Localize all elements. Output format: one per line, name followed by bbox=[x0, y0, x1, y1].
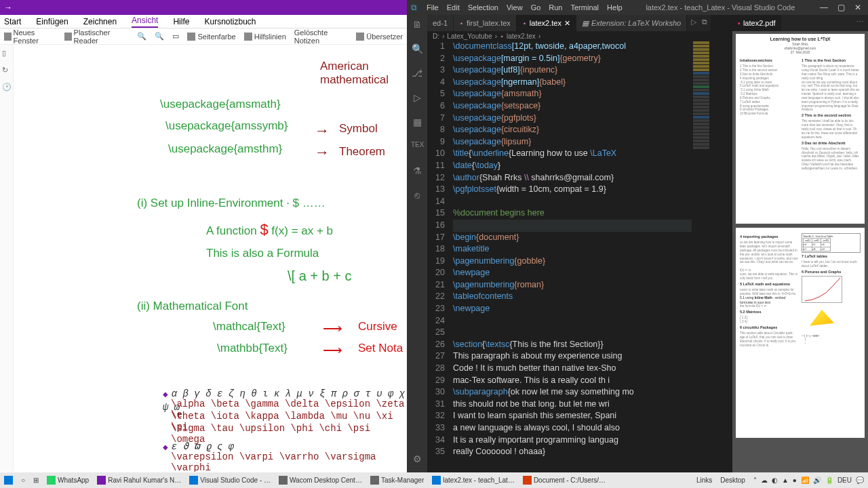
code-area[interactable]: \documentclass[12pt, twoside, a4paper,tw… bbox=[453, 41, 711, 472]
tray-battery-icon[interactable]: 🔋 bbox=[825, 476, 833, 484]
hw-function-line: A function $ f(x) = ax + b bbox=[206, 221, 333, 239]
source-control-icon[interactable]: ⎇ bbox=[411, 68, 423, 80]
github-icon[interactable]: ⎋ bbox=[411, 190, 423, 202]
compare-icon[interactable]: ⧉ bbox=[702, 18, 707, 28]
vscode-window: ⧉ File Edit Selection View Go Run Termin… bbox=[407, 0, 868, 472]
arrow-icon: ⟶ bbox=[323, 342, 342, 358]
onenote-leftrail: ▯ ↻ 🕑 bbox=[0, 45, 14, 472]
menu-terminal[interactable]: Terminal bbox=[571, 3, 599, 12]
tray-chevron-icon[interactable]: ˄ bbox=[753, 476, 757, 484]
btn-neues-fenster[interactable]: Neues Fenster bbox=[4, 28, 56, 45]
btn-zoom-in[interactable]: 🔍 bbox=[155, 32, 164, 41]
search-icon[interactable]: 🔍 bbox=[411, 43, 423, 56]
section-ii: (ii) Mathematical Font bbox=[137, 300, 248, 313]
taskbar-app[interactable]: Visual Studio Code - … bbox=[185, 472, 275, 488]
tray-icon[interactable]: ◐ bbox=[772, 476, 778, 484]
btn-uebersetzer[interactable]: Übersetzer bbox=[356, 33, 403, 41]
pdf-preview[interactable]: Learning how to use LᴬTᴇX Shah Rrks shah… bbox=[732, 31, 868, 472]
btn-page-width[interactable]: ▭ bbox=[172, 32, 179, 41]
nav-forward-icon[interactable]: → bbox=[4, 3, 12, 12]
nav-icon[interactable]: ↻ bbox=[0, 62, 13, 79]
run-debug-icon[interactable]: ▷ bbox=[411, 92, 423, 104]
reader-icon bbox=[64, 33, 72, 41]
tab-close-icon[interactable]: ✕ bbox=[564, 19, 570, 28]
menu-edit[interactable]: Edit bbox=[447, 3, 460, 12]
btn-seitenfarbe[interactable]: Seitenfarbe bbox=[187, 33, 235, 41]
tab-extension[interactable]: ▦Extension: LaTeX Worksho bbox=[576, 15, 687, 31]
taskbar-app[interactable]: Task-Manager bbox=[366, 472, 428, 488]
taskview-button[interactable]: ⊞ bbox=[29, 472, 43, 488]
btn-geloeschte-notizen[interactable]: Gelöschte Notizen bbox=[294, 28, 348, 45]
btn-plastischer-reader[interactable]: Plastischer Reader bbox=[64, 28, 129, 45]
arrow-icon: → bbox=[315, 122, 330, 140]
tray-icon[interactable]: ▲ bbox=[782, 476, 789, 484]
note-setnotation: Set Nota bbox=[358, 342, 403, 355]
tab-first-latex[interactable]: ⋆first_latex.tex bbox=[454, 15, 517, 31]
bullet-icon: ◆ bbox=[163, 390, 168, 398]
pdf-line-plot-icon bbox=[802, 276, 842, 303]
section-i: (i) Set up Inline-Environment · $ …… bbox=[137, 197, 326, 210]
tab-zeichnen[interactable]: Zeichnen bbox=[83, 16, 117, 28]
hw-display-math: \[ a + b + c bbox=[288, 268, 352, 284]
hw-mathcal: \mathcal{Text} bbox=[213, 320, 285, 333]
search-button[interactable]: ○ bbox=[17, 472, 29, 488]
recent-icon[interactable]: 🕑 bbox=[0, 79, 13, 96]
maximize-icon[interactable]: ▢ bbox=[837, 3, 845, 12]
run-icon[interactable]: ▷ bbox=[691, 18, 696, 28]
menu-file[interactable]: File bbox=[427, 3, 439, 12]
onenote-window: → Start Einfügen Zeichnen Ansicht Hilfe … bbox=[0, 0, 407, 472]
hw-also-formula: This is also a Formula bbox=[206, 247, 319, 260]
ext-icon: ▦ bbox=[582, 19, 589, 28]
menu-run[interactable]: Run bbox=[549, 3, 562, 12]
tab-ansicht[interactable]: Ansicht bbox=[132, 14, 158, 28]
tray-language[interactable]: DEU bbox=[837, 476, 852, 484]
more-icon[interactable]: ⋯ bbox=[856, 18, 864, 26]
menu-selection[interactable]: Selection bbox=[468, 3, 498, 12]
tab-start[interactable]: Start bbox=[4, 16, 21, 28]
minimize-icon[interactable]: — bbox=[820, 3, 828, 12]
beaker-icon[interactable]: ⚗ bbox=[411, 165, 423, 178]
greek-var-cmds: \varepsilon \varpi \varrho \varsigma \va… bbox=[171, 451, 407, 472]
start-button[interactable] bbox=[0, 472, 17, 488]
links-toolbar[interactable]: Links bbox=[692, 472, 716, 488]
tray-volume-icon[interactable]: 🔊 bbox=[813, 476, 821, 484]
taskbar-app[interactable]: latex2.tex - teach_Lat… bbox=[428, 472, 519, 488]
taskbar-app[interactable]: Wacom Desktop Cent… bbox=[275, 472, 366, 488]
tab-hilfe[interactable]: Hilfe bbox=[173, 16, 189, 28]
btn-hilfslinien[interactable]: Hilfslinien bbox=[244, 33, 286, 41]
tex-icon[interactable]: TEX bbox=[411, 141, 423, 153]
tray-notifications-icon[interactable]: 💬 bbox=[856, 476, 864, 484]
tab-ed1[interactable]: ed-1 bbox=[427, 15, 454, 31]
menu-help[interactable]: Help bbox=[607, 3, 623, 12]
taskbar-app[interactable]: Ravi Rahul Kumar's N… bbox=[93, 472, 185, 488]
menu-view[interactable]: View bbox=[507, 3, 523, 12]
minimap[interactable] bbox=[692, 41, 711, 472]
vscode-logo-icon: ⧉ bbox=[407, 3, 421, 12]
taskbar-app[interactable]: Document - C:/Users/… bbox=[519, 472, 610, 488]
tab-latex2[interactable]: ⋆latex2.tex ✕ bbox=[517, 15, 576, 31]
bullet-icon: ◆ bbox=[163, 443, 168, 451]
menu-go[interactable]: Go bbox=[531, 3, 541, 12]
tray-icon[interactable]: ● bbox=[793, 476, 797, 484]
explorer-icon[interactable]: 🗎 bbox=[411, 19, 423, 31]
hw-usepackage-amssymb: \usepackage{amssymb} bbox=[165, 119, 288, 133]
onenote-titlebar: → bbox=[0, 0, 407, 15]
close-icon[interactable]: ✕ bbox=[854, 3, 861, 12]
system-tray: ˄ ☁ ◐ ▲ ● 📶 🔊 🔋 DEU 💬 bbox=[749, 476, 868, 484]
taskbar-app[interactable]: WhatsApp bbox=[43, 472, 93, 488]
gear-icon[interactable]: ⚙ bbox=[411, 453, 423, 466]
note-theorem: Theorem bbox=[339, 145, 385, 159]
breadcrumb[interactable]: D:› Latex_Youtube› ⋆latex2.tex› bbox=[427, 31, 711, 41]
tab-kursnotizbuch[interactable]: Kursnotizbuch bbox=[204, 16, 256, 28]
section-tab-icon[interactable]: ▯ bbox=[0, 45, 13, 62]
extensions-icon[interactable]: ▦ bbox=[411, 117, 423, 129]
tray-onedrive-icon[interactable]: ☁ bbox=[761, 476, 768, 484]
tab-pdf[interactable]: ▪latex2.pdf bbox=[732, 15, 781, 31]
tab-einfuegen[interactable]: Einfügen bbox=[36, 16, 68, 28]
onenote-ribbon: Start Einfügen Zeichnen Ansicht Hilfe Ku… bbox=[0, 15, 407, 28]
btn-zoom-out[interactable]: 🔍 bbox=[137, 32, 146, 41]
editor[interactable]: 1234567891011121314151617181920212223242… bbox=[427, 41, 711, 472]
onenote-canvas[interactable]: American mathematical \usepackage{amsmat… bbox=[16, 49, 407, 472]
tray-wifi-icon[interactable]: 📶 bbox=[801, 476, 809, 484]
desktop-toolbar[interactable]: Desktop bbox=[716, 472, 749, 488]
